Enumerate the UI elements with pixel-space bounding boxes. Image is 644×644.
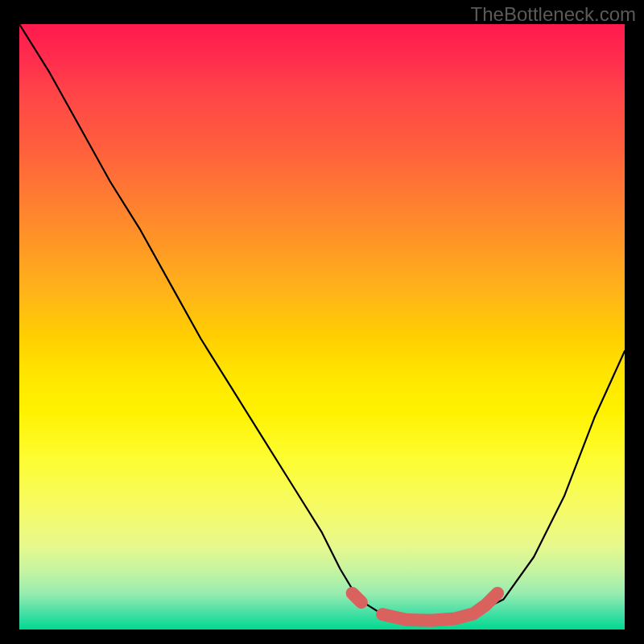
plot-area bbox=[19, 24, 625, 630]
curve-layer bbox=[19, 24, 625, 630]
main-curve bbox=[19, 24, 625, 621]
chart-container: TheBottleneck.com bbox=[0, 0, 644, 644]
highlight-segment-0 bbox=[353, 593, 361, 602]
watermark-text: TheBottleneck.com bbox=[471, 3, 636, 26]
highlight-segment-1 bbox=[382, 593, 497, 621]
